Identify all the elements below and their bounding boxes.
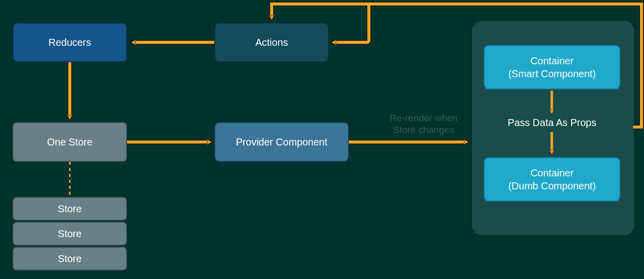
- rerender-line2: Store changes: [393, 125, 455, 135]
- pass-data-text: Pass Data As Props: [508, 117, 597, 128]
- node-provider-component: Provider Component: [214, 122, 349, 162]
- node-store-3: Store: [12, 247, 127, 271]
- rerender-line1: Re-render when: [390, 113, 458, 123]
- smart-line1: Container: [530, 55, 574, 66]
- reducers-label: Reducers: [48, 36, 91, 49]
- node-smart-component: Container (Smart Component): [483, 45, 621, 90]
- provider-label: Provider Component: [236, 136, 327, 148]
- store-1-label: Store: [58, 202, 82, 215]
- store-3-label: Store: [58, 252, 82, 265]
- smart-label: Container (Smart Component): [508, 54, 596, 80]
- annotation-rerender: Re-render when Store changes: [376, 112, 471, 136]
- store-2-label: Store: [58, 227, 82, 240]
- one-store-label: One Store: [47, 136, 92, 148]
- node-store-2: Store: [12, 222, 127, 246]
- node-store-1: Store: [12, 197, 127, 221]
- node-dumb-component: Container (Dumb Component): [483, 157, 621, 202]
- node-reducers: Reducers: [12, 22, 127, 62]
- dumb-line1: Container: [530, 167, 574, 178]
- actions-label: Actions: [255, 36, 288, 49]
- smart-line2: (Smart Component): [508, 68, 596, 79]
- label-pass-data-as-props: Pass Data As Props: [483, 117, 621, 129]
- dumb-label: Container (Dumb Component): [508, 166, 596, 192]
- dumb-line2: (Dumb Component): [508, 180, 596, 191]
- node-actions: Actions: [214, 22, 329, 62]
- node-one-store: One Store: [12, 122, 127, 162]
